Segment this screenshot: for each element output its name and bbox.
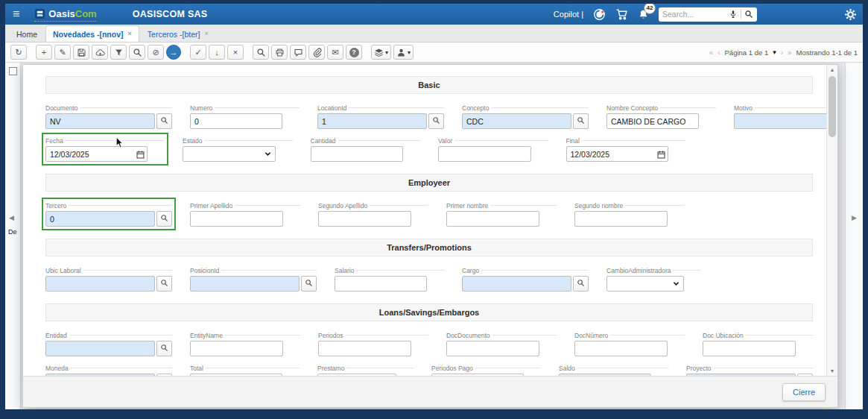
field-documento: Documento: [45, 104, 172, 129]
first-page-icon[interactable]: «: [709, 48, 714, 57]
lookup-button[interactable]: [156, 211, 172, 227]
lookup-button[interactable]: [156, 276, 172, 292]
layers-button[interactable]: ▾: [371, 45, 391, 60]
periodos-pago-input[interactable]: [431, 374, 524, 376]
upload-button[interactable]: [92, 45, 108, 60]
lookup-button[interactable]: [301, 276, 317, 292]
tab-novedades-nnov[interactable]: Novedades -[nnov]×: [45, 25, 139, 42]
tab-close-icon[interactable]: ×: [204, 31, 208, 37]
go-button[interactable]: →: [166, 45, 181, 60]
lookup-button[interactable]: [156, 113, 172, 129]
next-page-icon[interactable]: ›: [781, 48, 783, 57]
print-button[interactable]: [271, 45, 288, 60]
periodos-input[interactable]: [318, 341, 411, 356]
menu-icon[interactable]: ≡: [13, 8, 19, 20]
cancel-button[interactable]: ⊘: [148, 45, 164, 60]
edit-button[interactable]: ✎: [54, 45, 71, 60]
doc-ubicacion-input[interactable]: [703, 341, 796, 356]
cargo-input[interactable]: [462, 276, 571, 292]
entidad-input[interactable]: [45, 341, 155, 356]
moneda-input[interactable]: [45, 374, 155, 376]
scrollbar-thumb[interactable]: [829, 76, 836, 137]
total-input[interactable]: [190, 374, 282, 376]
tercero-input[interactable]: [45, 211, 155, 227]
confirm-button[interactable]: ✓: [190, 45, 206, 60]
close-button[interactable]: ×: [227, 45, 244, 60]
lookup-button[interactable]: [156, 341, 172, 356]
lookup-button[interactable]: [428, 113, 444, 129]
collapse-right-icon[interactable]: ▶: [852, 214, 857, 221]
label-rule: [475, 368, 541, 368]
proyecto-input[interactable]: [686, 374, 796, 376]
calendar-icon[interactable]: [136, 149, 145, 159]
cierre-button[interactable]: Cierre: [782, 383, 826, 401]
estado-select[interactable]: [183, 146, 276, 162]
ubic-laboral-input[interactable]: [45, 276, 155, 292]
cantidad-input[interactable]: [311, 146, 404, 162]
zoom-button[interactable]: [129, 45, 145, 60]
save-button[interactable]: [73, 45, 89, 60]
input-wrap: [190, 211, 283, 227]
fecha-input[interactable]: [45, 146, 148, 162]
filter-button[interactable]: [110, 45, 127, 60]
prestamo-select[interactable]: [317, 374, 396, 376]
input-wrap: [606, 113, 699, 129]
search-button[interactable]: [253, 45, 269, 60]
final-input[interactable]: [566, 146, 668, 162]
tab-close-icon[interactable]: ×: [128, 31, 132, 37]
search-input[interactable]: [662, 10, 726, 19]
download-button[interactable]: ↓: [209, 45, 225, 60]
numero-input[interactable]: [190, 113, 282, 129]
help-button[interactable]: ?: [346, 45, 362, 60]
label-rule: [714, 368, 813, 368]
select-all-checkbox[interactable]: [9, 67, 17, 75]
lookup-button[interactable]: [573, 276, 589, 292]
refresh-button[interactable]: ↻: [10, 45, 27, 60]
add-button[interactable]: +: [36, 45, 52, 60]
scrollbar[interactable]: ▲ ▼: [826, 65, 837, 376]
search-icon[interactable]: [744, 10, 753, 19]
calendar-icon[interactable]: [656, 149, 666, 159]
lookup-button[interactable]: [156, 374, 172, 376]
comment-button[interactable]: [290, 45, 306, 60]
last-page-icon[interactable]: »: [788, 48, 792, 57]
motivo-input[interactable]: [734, 113, 826, 129]
cambioadministradora-select[interactable]: [606, 276, 684, 292]
segundo-apellido-input[interactable]: [318, 211, 411, 227]
concepto-input[interactable]: [462, 113, 571, 129]
saldo-input[interactable]: [559, 374, 651, 376]
primer-apellido-input[interactable]: [190, 211, 283, 227]
prev-page-icon[interactable]: ‹: [717, 48, 720, 57]
collapse-left-icon[interactable]: ◀: [9, 214, 14, 221]
attach-button[interactable]: [308, 45, 325, 60]
copilot-label[interactable]: Copilot |: [554, 10, 583, 19]
salario-input[interactable]: [335, 276, 427, 292]
entityname-input[interactable]: [190, 341, 283, 356]
field-row: FechaEstadoCantidadValorFinal: [45, 136, 813, 162]
primer-nombre-input[interactable]: [446, 211, 539, 227]
copilot-icon[interactable]: [593, 8, 606, 21]
notifications-button[interactable]: 42: [638, 9, 649, 20]
gear-icon[interactable]: [844, 8, 857, 21]
lookup-button[interactable]: [797, 374, 813, 376]
mic-icon[interactable]: [729, 10, 738, 19]
scroll-up-icon[interactable]: ▲: [827, 67, 837, 72]
page-dropdown-icon[interactable]: ▾: [773, 48, 776, 56]
tab-terceros-bter[interactable]: Terceros -[bter]×: [141, 26, 215, 42]
user-button[interactable]: ▾: [393, 45, 414, 60]
segundo-nombre-input[interactable]: [574, 211, 668, 227]
cart-icon[interactable]: [615, 8, 628, 21]
documento-input[interactable]: [45, 113, 155, 129]
valor-input[interactable]: [438, 146, 531, 162]
field-label: Motivo: [734, 104, 826, 112]
lookup-button[interactable]: [573, 113, 589, 129]
scroll-down-icon[interactable]: ▼: [827, 368, 837, 374]
nombre-concepto-input[interactable]: [606, 113, 699, 129]
locationid-input[interactable]: [317, 113, 427, 129]
mail-button[interactable]: ✉: [327, 45, 343, 60]
posicionid-input[interactable]: [190, 276, 300, 292]
print-icon: [275, 48, 285, 57]
docdocumento-input[interactable]: [446, 341, 539, 356]
tab-home[interactable]: Home: [10, 26, 44, 42]
docnumero-input[interactable]: [574, 341, 668, 356]
